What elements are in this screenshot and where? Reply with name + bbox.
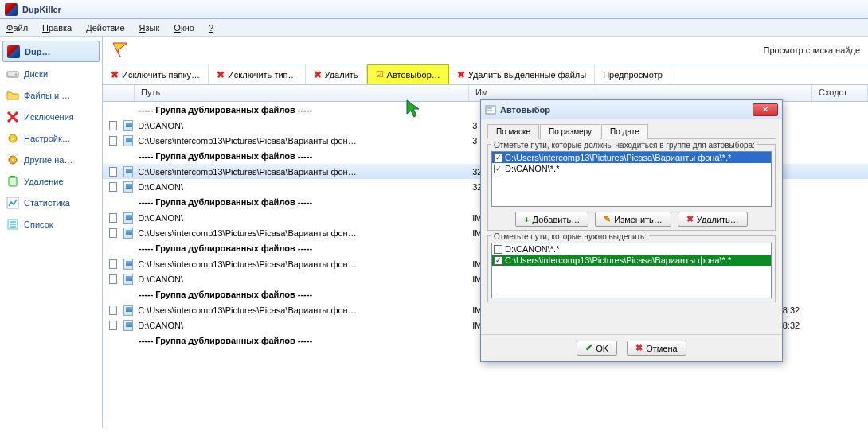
plus-icon: +	[524, 215, 529, 224]
col-mid[interactable]	[596, 85, 812, 101]
col-path[interactable]: Путь	[135, 85, 469, 101]
menu-action[interactable]: Действие	[86, 23, 124, 33]
file-icon	[123, 181, 134, 193]
item-checkbox[interactable]: ✓	[494, 154, 502, 162]
sidebar-item-4[interactable]: Настройк…	[0, 127, 102, 149]
menu-lang[interactable]: Язык	[139, 23, 160, 33]
row-checkbox[interactable]	[109, 167, 117, 177]
svg-point-1	[15, 73, 17, 75]
cell-path: D:\CANON\	[138, 321, 472, 330]
sidebar-item-1[interactable]: Диски	[0, 63, 102, 84]
col-similarity[interactable]: Сходст	[812, 85, 868, 101]
list-icon	[6, 218, 19, 231]
checklist-icon: ☑	[376, 69, 384, 80]
exclude-type-button[interactable]: ✖Исключить тип…	[209, 64, 306, 84]
sidebar-item-2[interactable]: Файлы и …	[0, 84, 102, 106]
sidebar-item-label: Исключения	[24, 112, 74, 122]
row-checkbox[interactable]	[109, 259, 117, 269]
list-group-paths[interactable]: ✓C:\Users\intercomp13\Pictures\Picasa\Ва…	[491, 151, 772, 207]
item-checkbox[interactable]: ✓	[494, 165, 502, 173]
menu-bar: Файл Правка Действие Язык Окно ?	[0, 19, 868, 37]
menu-window[interactable]: Окно	[174, 23, 194, 33]
add-button[interactable]: +Добавить…	[515, 212, 588, 227]
cell-path: D:\CANON\	[138, 182, 472, 192]
list-item[interactable]: ✓D:\CANON\*.*	[492, 163, 771, 174]
app-title: DupKiller	[22, 5, 61, 14]
group-paths-fieldset: Отметьте пути, которые должны находиться…	[487, 144, 776, 231]
row-checkbox[interactable]	[109, 321, 117, 330]
sidebar-item-7[interactable]: Статистика	[0, 192, 102, 213]
cell-path: C:\Users\intercomp13\Pictures\Picasa\Вар…	[138, 228, 472, 238]
row-checkbox[interactable]	[109, 228, 117, 238]
menu-help[interactable]: ?	[209, 23, 213, 33]
title-bar: DupKiller	[0, 0, 868, 19]
stats-icon	[6, 197, 19, 209]
dialog-footer: ✔OK ✖Отмена	[481, 334, 782, 361]
pencil-icon: ✎	[604, 214, 611, 224]
sidebar-item-3[interactable]: Исключения	[0, 106, 102, 127]
row-checkbox[interactable]	[109, 136, 117, 146]
file-icon	[123, 274, 134, 285]
sidebar-item-label: Список	[24, 220, 53, 229]
menu-file[interactable]: Файл	[6, 23, 28, 33]
col-name[interactable]: Им	[469, 85, 596, 101]
svg-rect-9	[486, 106, 495, 114]
edit-button[interactable]: ✎Изменить…	[595, 212, 671, 227]
dialog-tabs: По маске По размеру По дате	[487, 124, 776, 139]
sidebar-item-0[interactable]: Dup…	[2, 41, 100, 62]
remove-button[interactable]: ✖Удалить…	[678, 212, 748, 227]
tab-date[interactable]: По дате	[601, 124, 648, 139]
sidebar-item-label: Dup…	[25, 47, 50, 56]
delete-selected-button[interactable]: ✖Удалить выделенные файлы	[449, 64, 595, 84]
item-checkbox[interactable]: ✓	[494, 256, 502, 265]
row-checkbox[interactable]	[109, 274, 117, 284]
dialog-titlebar[interactable]: Автовыбор ✕	[481, 100, 782, 119]
list-item[interactable]: D:\CANON\*.*	[492, 243, 771, 255]
row-checkbox[interactable]	[109, 306, 117, 315]
cell-path: D:\CANON\	[138, 274, 472, 284]
sidebar-item-8[interactable]: Список	[0, 213, 102, 235]
cell-path: C:\Users\intercomp13\Pictures\Picasa\Вар…	[138, 167, 472, 177]
row-checkbox[interactable]	[109, 121, 117, 130]
svg-point-3	[12, 137, 14, 139]
exclude-folder-button[interactable]: ✖Исключить папку…	[103, 64, 209, 84]
item-text: D:\CANON\*.*	[505, 244, 559, 254]
tab-size[interactable]: По размеру	[540, 124, 600, 139]
item-checkbox[interactable]	[494, 245, 502, 254]
tab-mask[interactable]: По маске	[487, 124, 539, 139]
row-checkbox[interactable]	[109, 213, 117, 223]
preview-button[interactable]: Предпросмотр	[595, 64, 671, 84]
cell-path: C:\Users\intercomp13\Pictures\Picasa\Вар…	[138, 259, 472, 269]
cell-path: C:\Users\intercomp13\Pictures\Picasa\Вар…	[138, 136, 472, 146]
ok-button[interactable]: ✔OK	[577, 341, 617, 356]
file-icon	[123, 305, 134, 316]
auto-select-dialog: Автовыбор ✕ По маске По размеру По дате …	[480, 99, 783, 362]
dialog-title: Автовыбор	[500, 105, 753, 115]
row-checkbox[interactable]	[109, 182, 117, 192]
auto-select-button[interactable]: ☑Автовыбор…	[367, 64, 449, 84]
x-icon: ✖	[457, 69, 465, 80]
file-icon	[123, 135, 134, 146]
sidebar-item-6[interactable]: Удаление	[0, 170, 102, 192]
x-icon: ✖	[635, 343, 643, 353]
sidebar-item-label: Статистика	[24, 198, 70, 208]
sidebar-item-5[interactable]: Другие на…	[0, 149, 102, 170]
col-check[interactable]	[103, 85, 135, 101]
delete-icon	[6, 175, 19, 188]
menu-edit[interactable]: Правка	[42, 23, 72, 33]
file-icon	[123, 166, 134, 177]
list-item[interactable]: ✓C:\Users\intercomp13\Pictures\Picasa\Ва…	[492, 255, 771, 266]
close-button[interactable]: ✕	[753, 103, 778, 116]
select-paths-fieldset: Отметьте пути, которые нужно выделить: D…	[487, 235, 776, 302]
item-text: C:\Users\intercomp13\Pictures\Picasa\Вар…	[505, 255, 731, 265]
delete-button[interactable]: ✖Удалить	[306, 64, 367, 84]
sidebar-item-label: Другие на…	[24, 155, 72, 165]
file-icon	[123, 228, 134, 239]
sidebar-item-label: Настройк…	[24, 134, 71, 143]
list-select-paths[interactable]: D:\CANON\*.*✓C:\Users\intercomp13\Pictur…	[491, 243, 772, 298]
cancel-button[interactable]: ✖Отмена	[627, 341, 686, 356]
app-big-icon	[111, 41, 130, 60]
gear2-icon	[6, 154, 19, 166]
svg-point-5	[12, 158, 14, 161]
list-item[interactable]: ✓C:\Users\intercomp13\Pictures\Picasa\Ва…	[492, 152, 771, 163]
